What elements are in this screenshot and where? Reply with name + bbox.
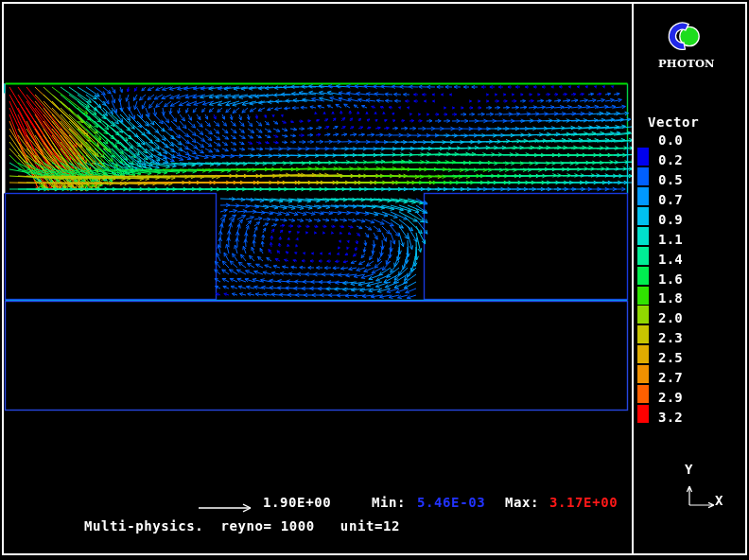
legend-tick-label: 2.7 <box>658 371 683 384</box>
legend-tick-label: 2.5 <box>658 351 683 364</box>
legend-color-block <box>637 405 649 423</box>
legend-tick-label: 2.0 <box>658 311 683 324</box>
legend-color-block <box>637 167 649 185</box>
legend-color-block <box>637 207 649 225</box>
legend-color-block <box>637 345 649 363</box>
legend-tick-label: 1.4 <box>658 253 683 266</box>
legend-tick-label: 0.2 <box>658 153 683 166</box>
max-value: 3.17E+00 <box>549 496 618 509</box>
legend-color-block <box>637 325 649 343</box>
scale-value: 1.90E+00 <box>263 496 331 509</box>
axis-x-label: X <box>715 494 723 507</box>
photon-window: {"window":{"background":"#000000","frame… <box>0 0 749 560</box>
panel-divider <box>632 2 634 553</box>
legend-color-block <box>637 247 649 265</box>
legend-tick-label: 1.8 <box>658 291 683 305</box>
plot-caption: Multi-physics. reyno= 1000 unit=12 <box>84 519 400 533</box>
window-frame <box>2 2 747 555</box>
min-label: Min: <box>372 496 406 509</box>
legend-color-block <box>637 287 649 305</box>
legend-tick-label: 0.5 <box>658 173 683 186</box>
photon-label: PHOTON <box>658 59 715 69</box>
legend-tick-label: 2.3 <box>658 331 683 344</box>
axis-y-label: Y <box>685 463 693 476</box>
legend-color-block <box>637 148 649 166</box>
legend-color-block <box>637 306 649 324</box>
photon-logo-icon <box>667 18 703 54</box>
max-label: Max: <box>505 496 539 509</box>
legend-title: Vector <box>648 115 699 129</box>
reference-arrow-icon <box>199 502 253 514</box>
min-value: 5.46E-03 <box>417 496 485 509</box>
legend-color-block <box>637 365 649 383</box>
legend-tick-label: 1.1 <box>658 233 683 246</box>
legend-color-block <box>637 187 649 205</box>
legend-color-block <box>637 385 649 403</box>
legend-tick-label: 3.2 <box>658 411 683 424</box>
legend-tick-label: 2.9 <box>658 391 683 404</box>
legend-color-block <box>637 267 649 285</box>
legend-tick-label: 0.7 <box>658 193 683 206</box>
legend-color-block <box>637 227 649 245</box>
legend-tick-label: 1.6 <box>658 272 683 286</box>
legend-tick-label: 0.9 <box>658 213 683 226</box>
legend-tick-label: 0.0 <box>658 133 683 147</box>
